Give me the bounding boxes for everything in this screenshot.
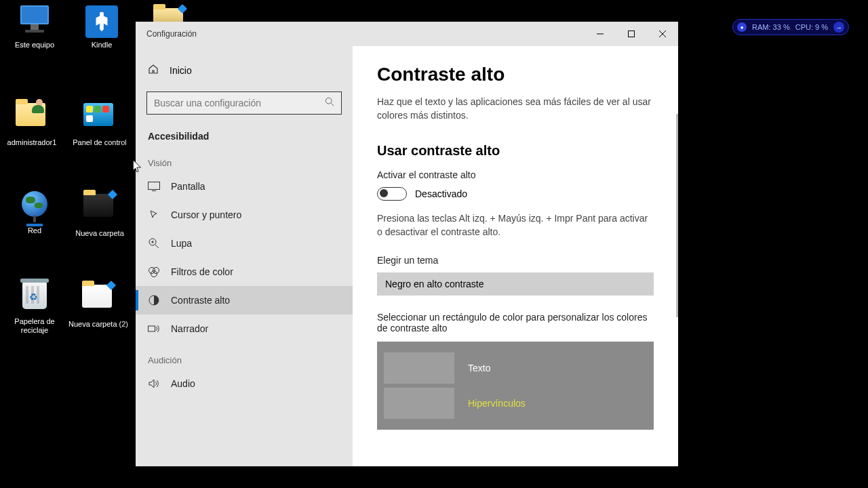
sidebar: Inicio Accesibilidad Visión Pantalla Cur… bbox=[136, 46, 353, 466]
page-description: Haz que el texto y las aplicaciones sea … bbox=[377, 95, 654, 123]
color-preview: Texto Hipervínculos bbox=[377, 342, 654, 430]
svg-rect-2 bbox=[149, 182, 160, 190]
group-vision: Visión bbox=[136, 146, 353, 172]
toggle-state: Desactivado bbox=[415, 188, 467, 199]
pc-icon bbox=[18, 5, 51, 38]
icon-label: Red bbox=[4, 226, 65, 235]
desktop-icon-new-folder-2[interactable]: Nueva carpeta (2) bbox=[68, 279, 129, 329]
svg-rect-0 bbox=[629, 31, 635, 37]
recycle-bin-icon: ♻ bbox=[22, 282, 47, 309]
nav-cursor[interactable]: Cursor y puntero bbox=[136, 201, 353, 229]
icon-label: Kindle bbox=[71, 41, 132, 49]
main-content: Contraste alto Haz que el texto y las ap… bbox=[353, 46, 678, 466]
kindle-icon bbox=[85, 5, 118, 38]
system-monitor-widget[interactable]: ● RAM: 33 % CPU: 9 % → bbox=[732, 19, 849, 35]
swatch-text[interactable] bbox=[384, 352, 454, 384]
icon-label: administrador1 bbox=[1, 138, 62, 147]
theme-select[interactable]: Negro en alto contraste bbox=[377, 272, 654, 296]
audio-icon bbox=[148, 378, 160, 390]
home-label: Inicio bbox=[170, 65, 192, 76]
icon-label: Panel de control bbox=[69, 138, 130, 147]
desktop-icon-network[interactable]: Red bbox=[4, 188, 65, 235]
settings-window: Configuración Inicio Accesibilidad Visió… bbox=[136, 22, 678, 466]
page-title: Contraste alto bbox=[377, 64, 654, 85]
nav-label: Pantalla bbox=[171, 181, 205, 192]
desktop-icon-this-pc[interactable]: Este equipo bbox=[4, 5, 65, 49]
swatch-label-link: Hipervínculos bbox=[468, 398, 526, 409]
mic-icon: ● bbox=[737, 22, 747, 32]
search-icon bbox=[325, 97, 334, 109]
nav-label: Lupa bbox=[171, 238, 192, 249]
nav-audio[interactable]: Audio bbox=[136, 369, 353, 398]
folder-icon bbox=[82, 285, 112, 308]
nav-contraste[interactable]: Contraste alto bbox=[136, 286, 353, 314]
search-box[interactable] bbox=[146, 92, 342, 115]
nav-label: Audio bbox=[171, 378, 195, 389]
desktop-icon-recycle-bin[interactable]: ♻ Papelera de reciclaje bbox=[4, 279, 65, 335]
desktop-icon-kindle[interactable]: Kindle bbox=[71, 5, 132, 49]
toggle-label: Activar el contraste alto bbox=[377, 169, 654, 180]
maximize-button[interactable] bbox=[616, 22, 647, 46]
svg-point-6 bbox=[151, 271, 157, 277]
magnifier-icon bbox=[148, 237, 160, 249]
shortcut-hint: Presiona las teclas Alt izq. + Mayús izq… bbox=[377, 211, 654, 239]
svg-point-1 bbox=[326, 98, 332, 104]
folder-icon bbox=[83, 194, 113, 217]
folder-icon bbox=[16, 103, 45, 126]
arrow-icon[interactable]: → bbox=[833, 22, 844, 33]
desktop-icon-new-folder[interactable]: Nueva carpeta bbox=[69, 188, 130, 238]
nav-filtros[interactable]: Filtros de color bbox=[136, 258, 353, 286]
window-title: Configuración bbox=[146, 29, 197, 39]
display-icon bbox=[148, 180, 160, 192]
swatch-label-text: Texto bbox=[468, 363, 490, 373]
control-panel-icon bbox=[83, 103, 113, 126]
color-filter-icon bbox=[148, 266, 160, 278]
cursor-icon bbox=[148, 209, 160, 221]
pick-color-label: Seleccionar un rectángulo de color para … bbox=[377, 312, 654, 333]
network-icon bbox=[18, 191, 51, 224]
taskbar[interactable] bbox=[0, 468, 868, 488]
group-audicion: Audición bbox=[136, 343, 353, 369]
close-button[interactable] bbox=[647, 22, 678, 46]
icon-label: Nueva carpeta (2) bbox=[68, 320, 129, 329]
desktop-icon-control-panel[interactable]: Panel de control bbox=[69, 98, 130, 147]
swatch-hyperlink[interactable] bbox=[384, 388, 454, 419]
desktop-icon-admin[interactable]: administrador1 bbox=[1, 98, 62, 147]
home-icon bbox=[148, 64, 159, 77]
icon-label: Este equipo bbox=[4, 41, 65, 49]
search-input[interactable] bbox=[154, 98, 325, 108]
svg-point-5 bbox=[153, 268, 159, 274]
ram-stat: RAM: 33 % bbox=[752, 23, 790, 31]
category-heading: Accesibilidad bbox=[136, 123, 353, 146]
nav-lupa[interactable]: Lupa bbox=[136, 229, 353, 258]
icon-label: Nueva carpeta bbox=[69, 229, 130, 238]
svg-rect-8 bbox=[149, 326, 155, 331]
scrollbar[interactable] bbox=[676, 114, 678, 317]
theme-label: Elegir un tema bbox=[377, 255, 654, 266]
nav-label: Narrador bbox=[171, 323, 208, 334]
contrast-toggle[interactable] bbox=[377, 187, 407, 201]
nav-label: Contraste alto bbox=[171, 295, 230, 306]
section-use-contrast: Usar contraste alto bbox=[377, 143, 654, 159]
home-link[interactable]: Inicio bbox=[136, 57, 353, 83]
theme-value: Negro en alto contraste bbox=[385, 279, 484, 289]
nav-narrador[interactable]: Narrador bbox=[136, 314, 353, 343]
contrast-icon bbox=[148, 294, 160, 306]
cpu-stat: CPU: 9 % bbox=[795, 23, 828, 31]
nav-label: Cursor y puntero bbox=[171, 209, 241, 220]
narrator-icon bbox=[148, 323, 160, 335]
icon-label: Papelera de reciclaje bbox=[4, 317, 65, 335]
minimize-button[interactable] bbox=[585, 22, 616, 46]
titlebar[interactable]: Configuración bbox=[136, 22, 678, 46]
nav-label: Filtros de color bbox=[171, 266, 233, 277]
nav-pantalla[interactable]: Pantalla bbox=[136, 172, 353, 201]
